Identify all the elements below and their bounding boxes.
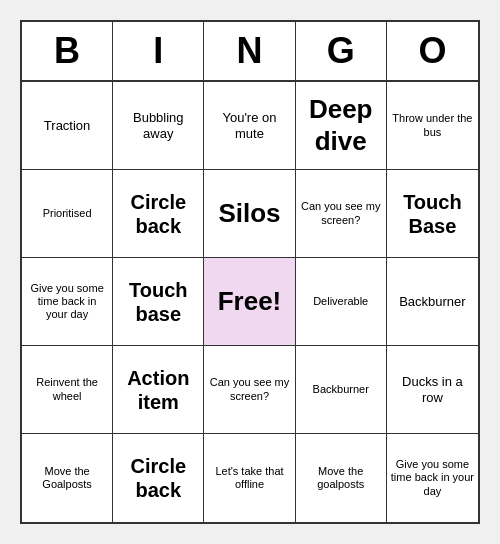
bingo-cell[interactable]: Bubbling away — [113, 82, 204, 170]
bingo-header: BINGO — [22, 22, 478, 82]
bingo-cell[interactable]: Ducks in a row — [387, 346, 478, 434]
bingo-cell[interactable]: Let's take that offline — [204, 434, 295, 522]
bingo-cell[interactable]: Silos — [204, 170, 295, 258]
bingo-cell[interactable]: Deliverable — [296, 258, 387, 346]
header-letter: N — [204, 22, 295, 80]
bingo-cell[interactable]: Can you see my screen? — [296, 170, 387, 258]
bingo-cell[interactable]: Backburner — [387, 258, 478, 346]
bingo-cell[interactable]: Touch Base — [387, 170, 478, 258]
header-letter: G — [296, 22, 387, 80]
bingo-grid: TractionBubbling awayYou're on muteDeep … — [22, 82, 478, 522]
bingo-cell[interactable]: Give you some time back in your day — [22, 258, 113, 346]
header-letter: O — [387, 22, 478, 80]
bingo-cell[interactable]: Action item — [113, 346, 204, 434]
bingo-cell[interactable]: Throw under the bus — [387, 82, 478, 170]
header-letter: I — [113, 22, 204, 80]
bingo-cell[interactable]: Give you some time back in your day — [387, 434, 478, 522]
header-letter: B — [22, 22, 113, 80]
bingo-cell[interactable]: Reinvent the wheel — [22, 346, 113, 434]
bingo-cell[interactable]: Prioritised — [22, 170, 113, 258]
bingo-cell[interactable]: Free! — [204, 258, 295, 346]
bingo-cell[interactable]: Touch base — [113, 258, 204, 346]
bingo-cell[interactable]: Move the Goalposts — [22, 434, 113, 522]
bingo-cell[interactable]: Circle back — [113, 170, 204, 258]
bingo-cell[interactable]: Deep dive — [296, 82, 387, 170]
bingo-cell[interactable]: Can you see my screen? — [204, 346, 295, 434]
bingo-cell[interactable]: Backburner — [296, 346, 387, 434]
bingo-cell[interactable]: Move the goalposts — [296, 434, 387, 522]
bingo-cell[interactable]: You're on mute — [204, 82, 295, 170]
bingo-card: BINGO TractionBubbling awayYou're on mut… — [20, 20, 480, 524]
bingo-cell[interactable]: Circle back — [113, 434, 204, 522]
bingo-cell[interactable]: Traction — [22, 82, 113, 170]
